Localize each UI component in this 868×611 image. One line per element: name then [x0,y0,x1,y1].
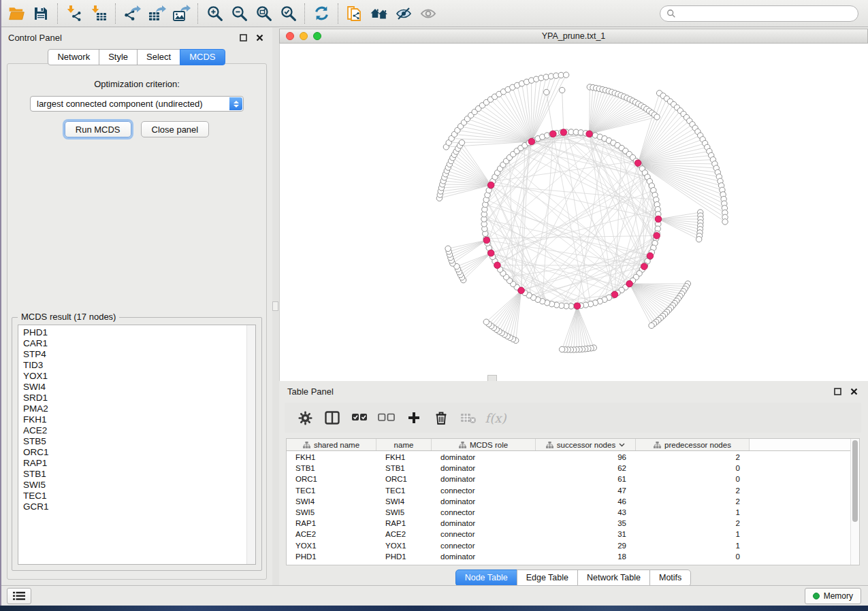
column-header-shared-name[interactable]: shared name [287,439,376,450]
export-image-icon [172,5,191,22]
mcds-result-item[interactable]: FKH1 [23,414,255,425]
column-header-mcds-role[interactable]: MCDS role [432,439,536,450]
mcds-result-item[interactable]: STB5 [23,436,255,447]
show-all-hidden-button[interactable] [416,2,440,25]
add-column-button[interactable] [400,406,428,430]
panel-divider-handle[interactable] [272,301,278,311]
control-panel-close-button[interactable] [254,32,266,44]
mcds-result-item[interactable]: RAP1 [23,458,255,469]
delete-columns-button[interactable] [428,406,455,430]
search-box[interactable] [660,5,858,22]
table-row[interactable]: ACE2ACE2connector311 [287,529,850,540]
export-network-button[interactable] [120,2,144,25]
tab-network[interactable]: Network [48,49,99,65]
main-toolbar-icons [4,2,440,25]
mcds-result-item[interactable]: PMA2 [23,403,255,414]
zoom-selected-button[interactable] [276,2,300,25]
show-all-networks-button[interactable] [367,2,391,25]
table-cell: YOX1 [287,542,376,550]
tab-motifs[interactable]: Motifs [649,569,691,587]
criterion-dropdown[interactable]: largest connected component (undirected) [30,96,244,112]
window-close-icon[interactable] [286,32,294,40]
mcds-result-item[interactable]: SRD1 [23,393,255,403]
search-input[interactable] [679,7,852,20]
open-session-button[interactable] [4,2,29,25]
mcds-result-item[interactable]: ORC1 [23,447,255,458]
memory-button[interactable]: Memory [805,588,861,604]
tab-mcds[interactable]: MCDS [180,49,225,65]
tab-select[interactable]: Select [137,49,180,65]
table-cell: 0 [636,475,750,483]
window-minimize-icon[interactable] [300,32,308,40]
close-panel-button[interactable]: Close panel [141,121,210,137]
zoom-in-button[interactable] [202,2,227,25]
column-header-predecessor-nodes[interactable]: predecessor nodes [636,439,750,450]
optimization-criterion-label: Optimization criterion: [7,79,266,89]
tab-style[interactable]: Style [99,49,138,65]
table-row[interactable]: ORC1ORC1dominator610 [287,474,850,484]
toggle-columns-button[interactable] [319,406,346,430]
panel-list-button[interactable] [7,588,31,604]
mcds-result-item[interactable]: PHD1 [23,327,255,338]
table-row[interactable]: TEC1TEC1connector472 [287,485,850,496]
table-row[interactable]: FKH1FKH1dominator962 [287,452,850,463]
column-header-successor-nodes[interactable]: successor nodes [536,439,636,450]
save-session-button[interactable] [29,2,53,25]
table-row[interactable]: SWI4SWI4dominator462 [287,496,850,507]
table-panel-close-button[interactable] [848,386,860,397]
table-cell: 2 [636,519,750,527]
mcds-result-item[interactable]: YOX1 [23,371,255,382]
control-panel-float-button[interactable] [238,32,249,44]
mcds-result-item[interactable]: TEC1 [23,491,255,501]
window-zoom-icon[interactable] [313,32,321,40]
tab-node-table[interactable]: Node Table [455,569,517,587]
network-graph[interactable] [280,44,868,381]
zoom-out-icon [231,5,248,22]
select-all-button[interactable] [346,406,373,430]
network-canvas[interactable] [279,44,868,381]
import-table-file-button[interactable] [86,2,111,25]
table-row[interactable]: YOX1YOX1connector291 [287,540,850,551]
refresh-layout-button[interactable] [309,2,334,25]
mcds-result-list[interactable]: PHD1CAR1STP4TID3YOX1SWI4SRD1PMA2FKH1ACE2… [18,325,256,565]
zoom-fit-button[interactable] [251,2,276,25]
export-image-button[interactable] [169,2,193,25]
mcds-result-item[interactable]: STB1 [23,469,255,480]
table-scrollbar-thumb[interactable] [852,440,858,522]
mcds-result-item[interactable]: CAR1 [23,338,255,349]
deselect-all-button[interactable] [373,406,400,430]
tab-network-table[interactable]: Network Table [577,569,650,587]
export-table-button[interactable] [144,2,169,25]
table-panel: Table Panel f(x) shared namenameMCDS rol… [279,381,868,585]
mcds-result-item[interactable]: ACE2 [23,425,255,436]
table-row[interactable]: PHD1PHD1dominator180 [287,551,850,562]
mcds-result-item[interactable]: TID3 [23,360,255,371]
desktop-strip [0,606,868,611]
function-builder-icon: f(x) [485,411,507,425]
table-panel-float-button[interactable] [832,386,843,397]
run-mcds-button[interactable]: Run MCDS [65,121,131,137]
mcds-result-item[interactable]: SWI5 [23,480,255,491]
open-session-icon [7,5,26,22]
table-row[interactable]: STB1STB1dominator620 [287,463,850,474]
table-cell: dominator [432,552,536,561]
hide-selected-button[interactable] [391,2,416,25]
clone-network-button[interactable] [342,2,367,25]
mcds-result-title: MCDS result (17 nodes) [18,312,119,322]
mcds-result-item[interactable]: SWI4 [23,382,255,393]
mcds-list-scrollbar[interactable] [246,325,255,564]
mcds-result-item[interactable]: STP4 [23,349,255,360]
zoom-out-button[interactable] [227,2,251,25]
import-network-file-button[interactable] [62,2,86,25]
mcds-result-item[interactable]: GCR1 [23,501,255,512]
column-label: successor nodes [557,441,615,449]
table-row[interactable]: SWI5SWI5connector431 [287,507,850,518]
panel-divider[interactable] [272,27,279,585]
tab-edge-table[interactable]: Edge Table [517,569,578,587]
delete-table-icon [460,412,477,424]
table-row[interactable]: RAP1RAP1dominator352 [287,518,850,529]
column-header-name[interactable]: name [376,439,432,450]
table-cell: dominator [432,519,536,527]
delete-columns-icon [434,410,448,425]
table-settings-button[interactable] [291,406,319,430]
